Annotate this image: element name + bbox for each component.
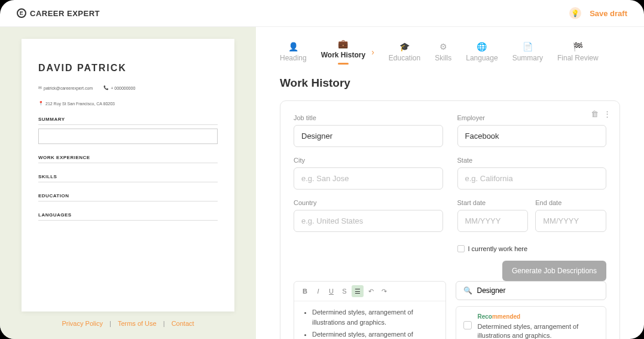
country-label: Country — [294, 199, 443, 206]
page-title: Work History — [280, 77, 620, 90]
start-date-label: Start date — [457, 199, 529, 206]
globe-icon: 🌐 — [477, 42, 487, 51]
logo: E CAREER EXPERT — [17, 8, 100, 18]
undo-button[interactable]: ↶ — [365, 285, 377, 297]
tab-heading[interactable]: 👤Heading — [280, 42, 307, 62]
preview-summary-box — [38, 129, 218, 144]
recommendation-item[interactable]: Recommended Determined styles, arrangeme… — [456, 306, 607, 339]
start-date-input[interactable] — [457, 210, 529, 232]
underline-button[interactable]: U — [325, 285, 337, 297]
editor-content[interactable]: Determined styles, arrangement of illust… — [294, 301, 445, 339]
person-icon: 👤 — [288, 42, 298, 51]
bullet-item: Determined styles, arrangement of illust… — [312, 307, 437, 327]
city-label: City — [294, 157, 443, 164]
rec-text: Determined styles, arrangement of illust… — [478, 322, 599, 339]
main-content: 👤Heading 💼Work History › 🎓Education ⚙Ski… — [256, 27, 644, 339]
job-title-input[interactable] — [294, 125, 443, 147]
preview-phone: 📞 + 000000000 — [103, 85, 135, 90]
tab-education[interactable]: 🎓Education — [389, 42, 420, 62]
strike-button[interactable]: S — [338, 285, 350, 297]
state-input[interactable] — [457, 167, 607, 190]
tab-skills[interactable]: ⚙Skills — [435, 42, 451, 62]
footer-links: Privacy Policy | Terms of Use | Contact — [22, 320, 234, 327]
tab-work-history[interactable]: 💼Work History — [321, 39, 365, 65]
editor-toolbar: B I U S ☰ ↶ ↷ — [294, 282, 445, 301]
state-label: State — [457, 157, 607, 164]
end-date-input[interactable] — [535, 210, 606, 232]
search-value: Designer — [477, 286, 506, 295]
current-label: I currently work here — [468, 245, 528, 252]
rec-checkbox[interactable] — [463, 321, 472, 329]
current-checkbox[interactable] — [457, 245, 465, 252]
preview-section-languages: LANGUAGES — [38, 212, 218, 221]
header: E CAREER EXPERT 💡 Save draft — [0, 0, 644, 27]
country-input[interactable] — [294, 210, 443, 232]
list-button[interactable]: ☰ — [352, 285, 364, 297]
city-input[interactable] — [294, 167, 443, 190]
preview-section-summary: SUMMARY — [38, 117, 218, 125]
search-box[interactable]: 🔍 Designer — [456, 281, 607, 300]
flag-icon: 🏁 — [573, 42, 583, 51]
preview-email: ✉ patrick@careerexpert.com — [38, 85, 93, 90]
privacy-link[interactable]: Privacy Policy — [59, 320, 105, 327]
job-title-label: Job title — [294, 114, 443, 121]
drag-icon[interactable]: ⋮ — [603, 109, 611, 118]
brand-text: CAREER EXPERT — [30, 9, 100, 18]
work-history-card: 🗑 ⋮ Job title Employer City — [280, 100, 620, 339]
bullet-item: Determined styles, arrangement of illust… — [312, 329, 437, 339]
employer-label: Employer — [457, 114, 607, 121]
chevron-right-icon: › — [371, 47, 374, 57]
resume-preview: DAVID PATRICK ✉ patrick@careerexpert.com… — [22, 39, 234, 311]
search-icon: 🔍 — [463, 286, 472, 295]
gear-icon: ⚙ — [439, 42, 447, 51]
delete-icon[interactable]: 🗑 — [591, 109, 599, 118]
preview-section-skills: SKILLS — [38, 174, 218, 182]
logo-icon: E — [17, 8, 26, 18]
end-date-label: End date — [535, 199, 606, 206]
employer-input[interactable] — [457, 125, 607, 147]
contact-link[interactable]: Contact — [169, 320, 197, 327]
tab-summary[interactable]: 📄Summary — [512, 42, 543, 62]
step-tabs: 👤Heading 💼Work History › 🎓Education ⚙Ski… — [280, 39, 620, 65]
redo-button[interactable]: ↷ — [378, 285, 390, 297]
graduation-icon: 🎓 — [399, 42, 410, 51]
preview-section-education: EDUCATION — [38, 193, 218, 201]
bold-button[interactable]: B — [299, 285, 311, 297]
italic-button[interactable]: I — [312, 285, 324, 297]
preview-sidebar: DAVID PATRICK ✉ patrick@careerexpert.com… — [0, 27, 256, 339]
terms-link[interactable]: Terms of Use — [115, 320, 159, 327]
generate-button[interactable]: Generate Job Descriptions — [502, 261, 606, 281]
preview-section-work: WORK EXPERIENCE — [38, 155, 218, 163]
document-icon: 📄 — [523, 42, 533, 51]
save-draft-button[interactable]: Save draft — [590, 9, 627, 18]
preview-name: DAVID PATRICK — [38, 63, 218, 74]
tab-final-review[interactable]: 🏁Final Review — [557, 42, 599, 62]
tips-icon[interactable]: 💡 — [569, 7, 581, 19]
rec-label: Recommended — [478, 313, 599, 321]
tab-language[interactable]: 🌐Language — [466, 42, 498, 62]
briefcase-icon: 💼 — [338, 39, 348, 48]
preview-address: 📍 212 Roy St San Francisco, CA 80203 — [38, 101, 115, 106]
description-editor: B I U S ☰ ↶ ↷ Determined styles, arrange… — [294, 281, 446, 339]
